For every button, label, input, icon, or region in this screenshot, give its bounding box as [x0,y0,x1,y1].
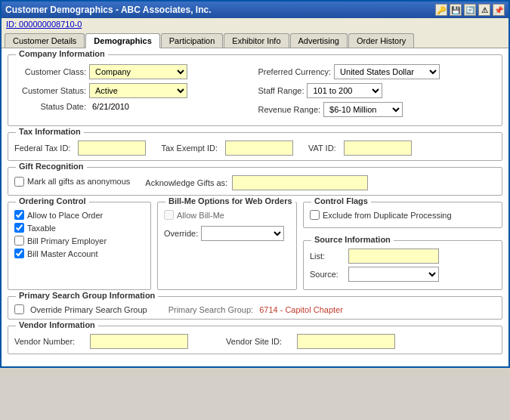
bottom-sections: Ordering Control Allow to Place Order Ta… [8,202,502,296]
federal-tax-label: Federal Tax ID: [14,144,70,153]
gift-recognition-section: Gift Recognition Mark all gifts as anony… [8,167,502,196]
status-date-value: 6/21/2010 [89,102,129,111]
vendor-number-label: Vendor Number: [14,337,75,346]
tab-customer-details[interactable]: Customer Details [5,33,85,48]
vendor-number-input[interactable] [90,334,188,349]
vendor-section: Vendor Information Vendor Number: Vendor… [8,326,502,354]
company-info-title: Company Information [16,49,108,58]
staff-range-select[interactable]: 101 to 200 [307,83,382,98]
control-flags-section: Control Flags Exclude from Duplicate Pro… [303,202,502,228]
primary-group-value: 6714 - Capitol Chapter [259,305,343,314]
control-flags-title: Control Flags [311,196,371,205]
status-date-row: Status Date: 6/21/2010 [14,102,252,111]
list-label: List: [310,252,344,261]
primary-search-section: Primary Search Group Information Overrid… [8,296,502,320]
tax-exempt-label: Tax Exempt ID: [161,144,218,153]
bill-master-label: Bill Master Account [27,249,98,258]
acknowledge-group: Acknowledge Gifts as: [145,175,368,190]
revenue-range-row: Revenue Range: $6-10 Million [258,102,496,117]
tab-exhibitor-info[interactable]: Exhibitor Info [224,33,289,48]
allow-order-label: Allow to Place Order [27,211,103,220]
tab-advertising[interactable]: Advertising [290,33,348,48]
vat-input[interactable] [344,141,412,156]
customer-class-row: Customer Class: Company [14,64,252,79]
bill-master-checkbox[interactable] [14,249,24,258]
list-row: List: [310,249,496,264]
right-sections: Control Flags Exclude from Duplicate Pro… [303,202,502,296]
customer-status-select[interactable]: Active [89,83,187,98]
ordering-control-section: Ordering Control Allow to Place Order Ta… [8,202,151,290]
customer-status-label: Customer Status: [14,86,86,95]
billme-title: Bill-Me Options for Web Orders [165,196,295,205]
bill-master-row: Bill Master Account [14,249,144,258]
vendor-site-label: Vendor Site ID: [226,337,282,346]
anonymous-gift-row: Mark all gifts as anonymous [14,177,130,187]
tax-info-section: Tax Information Federal Tax ID: Tax Exem… [8,132,502,161]
customer-class-label: Customer Class: [14,67,86,76]
override-row: Override: [164,226,290,241]
override-primary-checkbox[interactable] [14,304,24,314]
vendor-site-input[interactable] [297,334,395,349]
tax-exempt-input[interactable] [225,141,293,156]
source-info-section: Source Information List: Source: [303,240,502,290]
allow-billme-checkbox[interactable] [164,210,174,220]
allow-order-checkbox[interactable] [14,210,24,220]
staff-range-label: Staff Range: [258,86,304,95]
customer-status-row: Customer Status: Active [14,83,252,98]
billme-section: Bill-Me Options for Web Orders Allow Bil… [157,202,297,290]
primary-group-label: Primary Search Group: [168,305,253,314]
revenue-range-label: Revenue Range: [258,105,321,114]
allow-billme-row: Allow Bill-Me [164,210,290,220]
customer-class-select[interactable]: Company [89,64,187,79]
tab-participation[interactable]: Participation [161,33,224,48]
bill-primary-label: Bill Primary Employer [27,236,107,246]
taxable-row: Taxable [14,223,144,233]
bill-primary-checkbox[interactable] [14,236,24,246]
warning-icon[interactable]: ⚠ [478,4,490,16]
acknowledge-label: Acknowledge Gifts as: [145,178,227,187]
window-title: Customer Demographics - ABC Associates, … [5,5,212,15]
status-date-label: Status Date: [14,102,86,111]
override-select[interactable] [201,226,284,241]
tax-info-title: Tax Information [16,127,84,136]
source-row: Source: [310,267,496,282]
anonymous-gift-label: Mark all gifts as anonymous [27,177,130,186]
staff-range-row: Staff Range: 101 to 200 [258,83,496,98]
tab-bar: Customer Details Demographics Participat… [2,30,508,48]
company-info-section: Company Information Customer Class: Comp… [8,54,502,126]
allow-billme-label: Allow Bill-Me [177,211,224,220]
list-input[interactable] [348,249,439,264]
source-info-title: Source Information [311,235,394,244]
preferred-currency-select[interactable]: United States Dollar [334,64,440,79]
acknowledge-input[interactable] [232,175,368,190]
ordering-control-title: Ordering Control [16,196,89,205]
pin-icon[interactable]: 📌 [493,4,505,16]
source-label: Source: [310,270,344,279]
taxable-checkbox[interactable] [14,223,24,233]
refresh-icon[interactable]: 🔄 [464,4,476,16]
content-area: Company Information Customer Class: Comp… [2,48,508,366]
override-primary-label: Override Primary Search Group [30,305,147,314]
federal-tax-input[interactable] [78,141,146,156]
preferred-currency-label: Preferred Currency: [258,67,332,76]
revenue-range-select[interactable]: $6-10 Million [323,102,403,117]
primary-search-title: Primary Search Group Information [16,291,158,300]
exclude-duplicate-label: Exclude from Duplicate Processing [323,211,452,220]
preferred-currency-row: Preferred Currency: United States Dollar [258,64,496,79]
gift-recognition-title: Gift Recognition [16,162,87,171]
save-icon[interactable]: 💾 [450,4,462,16]
exclude-duplicate-checkbox[interactable] [310,210,320,220]
exclude-duplicate-row: Exclude from Duplicate Processing [310,210,496,220]
customer-id[interactable]: ID: 000000008710-0 [2,18,508,30]
title-bar-icons: 🔑 💾 🔄 ⚠ 📌 [435,4,505,16]
anonymous-gift-checkbox[interactable] [14,177,24,187]
taxable-label: Taxable [27,224,56,233]
key-icon[interactable]: 🔑 [435,4,447,16]
vat-label: VAT ID: [308,144,336,153]
source-select[interactable] [348,267,439,282]
allow-order-row: Allow to Place Order [14,210,144,220]
tab-order-history[interactable]: Order History [348,33,414,48]
tab-demographics[interactable]: Demographics [85,33,159,48]
main-window: Customer Demographics - ABC Associates, … [0,0,510,368]
title-bar: Customer Demographics - ABC Associates, … [2,2,508,18]
